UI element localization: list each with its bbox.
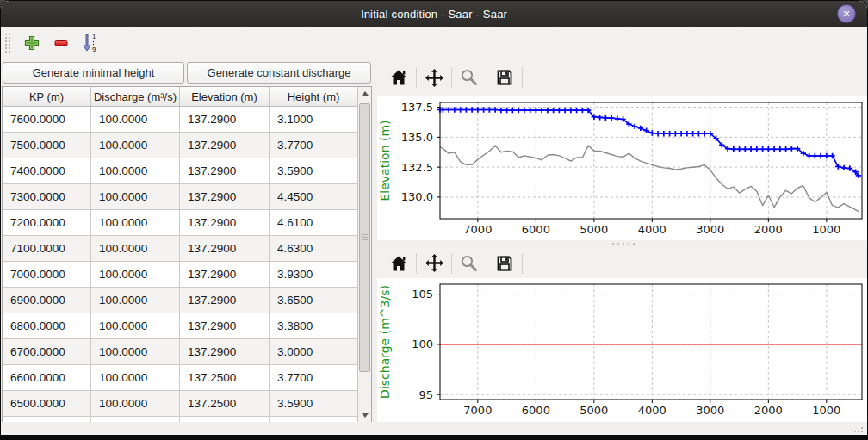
- table-cell[interactable]: 7300.0000: [3, 184, 91, 209]
- left-panel: Generate minimal height Generate constan…: [1, 59, 374, 423]
- table-cell[interactable]: 7000.0000: [3, 262, 91, 287]
- save-floppy-icon: [495, 254, 514, 273]
- scrollbar-thumb[interactable]: [359, 103, 370, 372]
- sort-ascending-button[interactable]: 1 9: [76, 30, 105, 56]
- table-row[interactable]: 7300.0000100.0000137.29004.4500: [3, 184, 357, 210]
- table-row[interactable]: 6700.0000100.0000137.29003.0000: [3, 339, 357, 365]
- save-button[interactable]: [491, 64, 518, 91]
- table-cell[interactable]: 3.5900: [270, 391, 357, 416]
- table-cell[interactable]: 137.2900: [180, 236, 270, 261]
- table-row[interactable]: 6900.0000100.0000137.29003.6500: [3, 288, 357, 313]
- status-bar: [1, 422, 867, 435]
- column-header[interactable]: Elevation (m): [180, 87, 270, 106]
- close-icon: ✕: [842, 9, 850, 20]
- add-row-button[interactable]: [17, 30, 46, 56]
- table-cell[interactable]: 137.2900: [180, 158, 270, 183]
- table-row[interactable]: 7000.0000100.0000137.29003.9300: [3, 262, 357, 288]
- column-header[interactable]: Discharge (m³/s): [91, 87, 180, 106]
- table-cell[interactable]: 3.0000: [270, 339, 357, 364]
- column-header[interactable]: KP (m): [3, 87, 91, 106]
- table-row[interactable]: 7100.0000100.0000137.29004.6300: [3, 236, 357, 262]
- table-row[interactable]: 6600.0000100.0000137.25003.7700: [3, 365, 357, 391]
- resize-grip-icon[interactable]: [853, 423, 865, 433]
- table-row[interactable]: 7500.0000100.0000137.29003.7700: [3, 133, 357, 158]
- y-axis-label: Elevation (m): [378, 120, 392, 201]
- table-cell[interactable]: 137.2500: [180, 365, 270, 390]
- home-icon: [389, 68, 408, 87]
- pan-button[interactable]: [420, 64, 448, 91]
- table-cell[interactable]: 3.7700: [270, 133, 357, 158]
- table-cell[interactable]: 7200.0000: [3, 210, 91, 235]
- table-row[interactable]: 6800.0000100.0000137.29003.3800: [3, 313, 357, 339]
- table-cell[interactable]: 7500.0000: [3, 133, 91, 158]
- table-row[interactable]: 7600.0000100.0000137.29003.1000: [3, 107, 357, 133]
- x-tick-label: 7000: [463, 223, 492, 236]
- zoom-button[interactable]: [456, 250, 483, 277]
- table-cell[interactable]: 6800.0000: [3, 313, 91, 338]
- table-cell[interactable]: 100.0000: [91, 262, 180, 287]
- table-cell[interactable]: 137.2900: [180, 107, 270, 132]
- table-row[interactable]: 7200.0000100.0000137.29004.6100: [3, 210, 357, 236]
- table-scrollbar[interactable]: [357, 87, 371, 422]
- table-cell[interactable]: 3.3800: [270, 313, 357, 338]
- arrow-up-icon: [362, 91, 369, 96]
- table-row[interactable]: 6500.0000100.0000137.25003.5900: [3, 391, 357, 417]
- table-cell[interactable]: 137.2900: [180, 288, 270, 313]
- minus-icon: [53, 34, 70, 52]
- plots-splitter[interactable]: [377, 240, 868, 248]
- zoom-button[interactable]: [456, 64, 483, 91]
- table-cell[interactable]: 6500.0000: [3, 391, 91, 416]
- table-cell[interactable]: 3.5900: [270, 158, 357, 183]
- table-cell[interactable]: 7400.0000: [3, 158, 91, 183]
- table-cell[interactable]: 100.0000: [91, 313, 180, 338]
- pan-button[interactable]: [420, 250, 448, 277]
- table-cell[interactable]: 100.0000: [91, 339, 180, 364]
- table-cell[interactable]: 6600.0000: [3, 365, 91, 390]
- table-cell[interactable]: 6900.0000: [3, 288, 91, 313]
- table-cell[interactable]: 4.6100: [270, 210, 357, 235]
- generate-constant-discharge-button[interactable]: Generate constant discharge: [187, 62, 371, 84]
- remove-row-button[interactable]: [46, 30, 76, 56]
- table-cell[interactable]: 100.0000: [91, 236, 180, 261]
- table-cell[interactable]: 100.0000: [91, 391, 180, 416]
- table-cell[interactable]: 137.2900: [180, 262, 270, 287]
- column-header[interactable]: Height (m): [270, 87, 357, 106]
- table-cell[interactable]: 3.6500: [270, 288, 357, 313]
- table-cell[interactable]: 7600.0000: [3, 107, 91, 132]
- window-title: Initial condition - Saar - Saar: [361, 8, 507, 21]
- table-cell[interactable]: 100.0000: [91, 210, 180, 235]
- table-cell[interactable]: 137.2900: [180, 133, 270, 158]
- table-cell[interactable]: 7100.0000: [3, 236, 91, 261]
- table-cell[interactable]: 137.2900: [180, 184, 270, 209]
- table-cell[interactable]: 100.0000: [91, 107, 180, 132]
- table-cell[interactable]: 137.2900: [180, 313, 270, 338]
- table-cell[interactable]: 100.0000: [91, 158, 180, 183]
- table-cell[interactable]: 6700.0000: [3, 339, 91, 364]
- table-cell[interactable]: 4.6300: [270, 236, 357, 261]
- table-cell[interactable]: 100.0000: [91, 365, 180, 390]
- toolbar-grip[interactable]: [4, 33, 10, 53]
- table-cell[interactable]: 3.1000: [270, 107, 357, 132]
- scroll-down-button[interactable]: [358, 409, 371, 422]
- close-button[interactable]: ✕: [837, 4, 856, 23]
- table-cell[interactable]: 3.7700: [270, 365, 357, 390]
- table-cell[interactable]: 3.9300: [270, 262, 357, 287]
- table-cell[interactable]: 137.2900: [180, 210, 270, 235]
- y-tick-label: 130.0: [401, 190, 433, 203]
- home-button[interactable]: [385, 64, 412, 91]
- table-row[interactable]: 7400.0000100.0000137.29003.5900: [3, 158, 357, 184]
- save-button[interactable]: [491, 250, 518, 277]
- table-cell[interactable]: 137.2500: [180, 391, 270, 416]
- generate-minimal-height-button[interactable]: Generate minimal height: [3, 62, 184, 84]
- table-cell[interactable]: 100.0000: [91, 288, 180, 313]
- table-cell[interactable]: 100.0000: [91, 133, 180, 158]
- scroll-up-button[interactable]: [358, 87, 371, 100]
- discharge-chart-canvas: 700060005000400030002000100010510095Disc…: [377, 278, 868, 423]
- discharge-plot-toolbar: [377, 248, 868, 278]
- elevation-plot-toolbar: [377, 59, 868, 96]
- home-button[interactable]: [385, 250, 412, 277]
- table-cell[interactable]: 100.0000: [91, 184, 180, 209]
- table-cell[interactable]: 4.4500: [270, 184, 357, 209]
- table-cell[interactable]: 137.2900: [180, 339, 270, 364]
- title-bar[interactable]: Initial condition - Saar - Saar ✕: [1, 1, 867, 27]
